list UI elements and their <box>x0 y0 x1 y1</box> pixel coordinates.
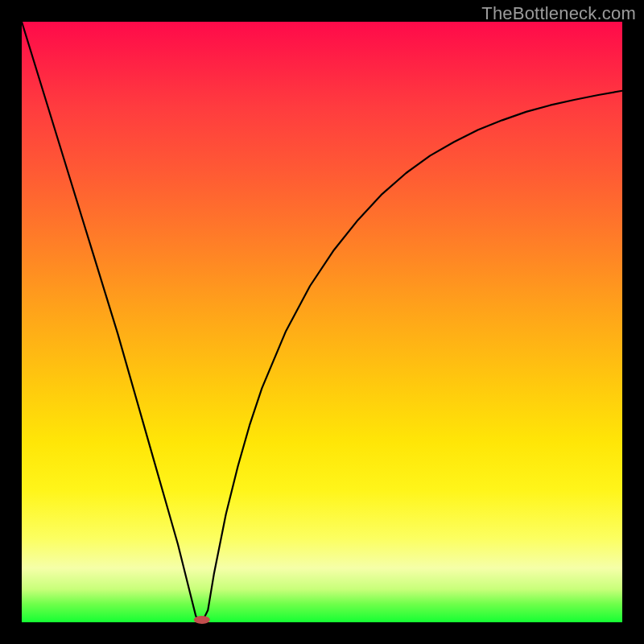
watermark-text: TheBottleneck.com <box>481 3 636 24</box>
min-marker <box>194 616 210 624</box>
bottleneck-curve <box>22 22 622 622</box>
plot-area <box>22 22 622 622</box>
curve-path <box>22 22 622 622</box>
chart-frame: TheBottleneck.com <box>0 0 644 644</box>
